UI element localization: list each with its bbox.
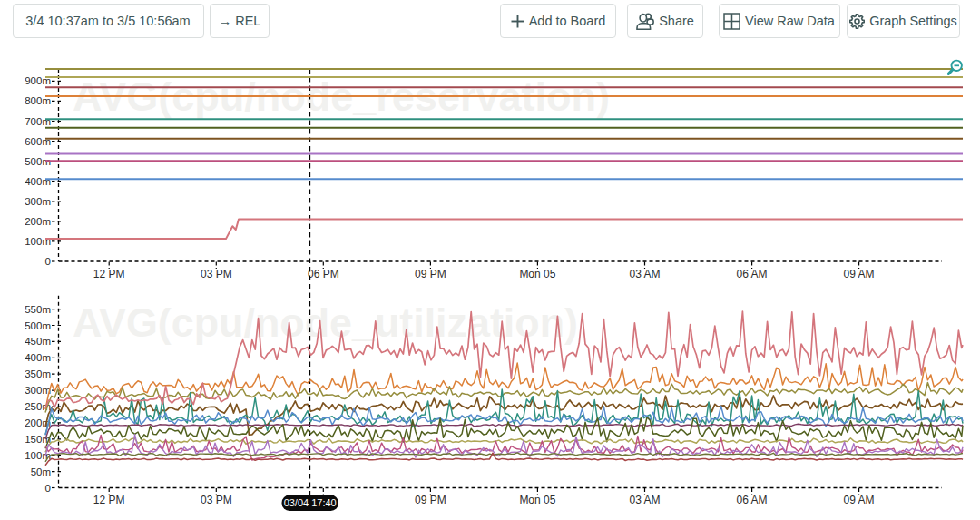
- svg-text:400m: 400m: [24, 176, 51, 187]
- svg-text:450m: 450m: [24, 336, 51, 347]
- svg-text:09 AM: 09 AM: [844, 494, 875, 506]
- svg-text:550m: 550m: [24, 304, 51, 315]
- svg-text:03 PM: 03 PM: [201, 494, 232, 506]
- svg-text:300m: 300m: [24, 385, 51, 396]
- svg-text:06 AM: 06 AM: [737, 494, 768, 506]
- svg-text:03/04 17:40: 03/04 17:40: [284, 497, 337, 508]
- svg-text:12 PM: 12 PM: [93, 494, 125, 506]
- svg-text:09 PM: 09 PM: [415, 494, 446, 506]
- svg-text:03 AM: 03 AM: [629, 268, 660, 280]
- svg-text:200m: 200m: [24, 216, 51, 227]
- svg-text:500m: 500m: [24, 320, 51, 331]
- svg-text:Mon 05: Mon 05: [519, 494, 555, 506]
- svg-text:100m: 100m: [24, 236, 51, 247]
- svg-text:0: 0: [45, 483, 51, 494]
- svg-text:06 PM: 06 PM: [308, 268, 339, 280]
- svg-text:350m: 350m: [24, 368, 51, 379]
- svg-text:300m: 300m: [24, 196, 51, 207]
- svg-text:03 PM: 03 PM: [201, 268, 232, 280]
- svg-text:50m: 50m: [31, 466, 51, 477]
- svg-text:12 PM: 12 PM: [93, 268, 125, 280]
- svg-text:03 AM: 03 AM: [629, 494, 660, 506]
- svg-text:700m: 700m: [24, 116, 51, 127]
- svg-text:0: 0: [45, 256, 51, 267]
- svg-text:400m: 400m: [24, 352, 51, 363]
- svg-text:600m: 600m: [24, 136, 51, 147]
- svg-text:06 AM: 06 AM: [737, 268, 768, 280]
- svg-text:09 AM: 09 AM: [844, 268, 875, 280]
- svg-text:09 PM: 09 PM: [415, 268, 446, 280]
- svg-text:Mon 05: Mon 05: [519, 268, 555, 280]
- svg-text:800m: 800m: [24, 95, 51, 106]
